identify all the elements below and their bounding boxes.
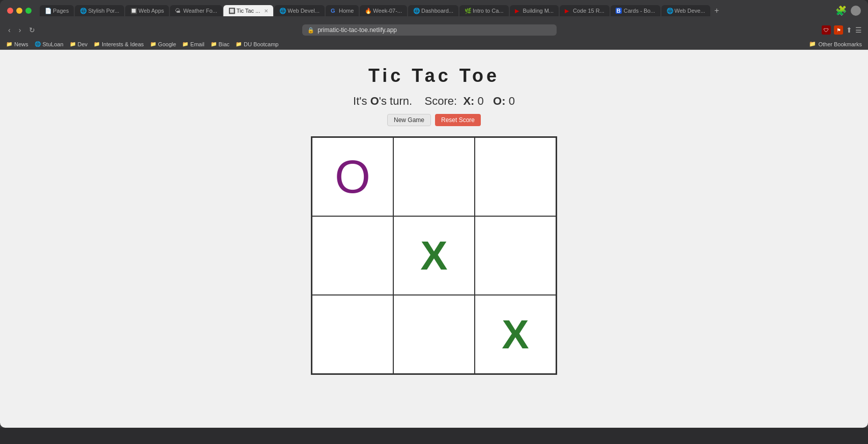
tab-cards[interactable]: B Cards - Bo... bbox=[611, 5, 660, 16]
bookmark-interests[interactable]: 📁 Interests & Ideas bbox=[94, 41, 144, 47]
back-button[interactable]: ‹ bbox=[6, 25, 13, 35]
biac-folder-icon: 📁 bbox=[211, 41, 217, 47]
minimize-button[interactable] bbox=[16, 8, 22, 14]
tab-week07-label: Week-07-... bbox=[373, 8, 402, 14]
bookmark-email[interactable]: 📁 Email bbox=[182, 41, 205, 47]
close-button[interactable] bbox=[7, 8, 13, 14]
game-title: Tic Tac Toe bbox=[368, 65, 500, 86]
tab-tictac-label: Tic Tac ... bbox=[237, 8, 260, 14]
page-content: Tic Tac Toe It's O's turn. Score: X: 0 O… bbox=[0, 50, 868, 428]
flag-icon: ⚑ bbox=[834, 25, 843, 35]
tab-building-label: Building M... bbox=[523, 8, 554, 14]
bookmark-stuloan[interactable]: 🌐 StuLoan bbox=[35, 41, 64, 47]
weather-icon: 🌤 bbox=[175, 8, 181, 14]
other-bookmarks[interactable]: 📁 Other Bookmarks bbox=[809, 41, 862, 47]
tab-code15[interactable]: ▶ Code 15 R... bbox=[560, 5, 610, 16]
pages-icon: 📄 bbox=[45, 8, 51, 14]
webdevel-icon: 🌐 bbox=[279, 8, 285, 14]
dev-folder-icon: 📁 bbox=[70, 41, 76, 47]
x-score-value: 0 bbox=[478, 95, 484, 107]
status-suffix: 's turn. bbox=[379, 95, 412, 107]
code15-icon: ▶ bbox=[565, 8, 571, 14]
cell-5[interactable] bbox=[475, 216, 556, 295]
game-board: O X X bbox=[311, 136, 557, 375]
sidebar-icon[interactable]: ☰ bbox=[855, 26, 862, 34]
toolbar: ‹ › ↻ 🔒 primatic-tic-tac-toe.netlify.app… bbox=[0, 21, 868, 39]
tab-intro-label: Intro to Ca... bbox=[473, 8, 504, 14]
building-icon: ▶ bbox=[515, 8, 521, 14]
cell-4[interactable]: X bbox=[393, 216, 475, 295]
dashboard-icon: 🌐 bbox=[413, 8, 419, 14]
cell-3[interactable] bbox=[312, 216, 393, 295]
tab-intro[interactable]: 🌿 Intro to Ca... bbox=[459, 5, 509, 16]
other-bookmarks-folder-icon: 📁 bbox=[809, 41, 816, 47]
tab-tictac[interactable]: 🔲 Tic Tac ... ✕ bbox=[223, 5, 273, 16]
bookmark-du-bootcamp[interactable]: 📁 DU Bootcamp bbox=[236, 41, 278, 47]
other-bookmarks-label: Other Bookmarks bbox=[818, 41, 862, 47]
bookmark-biac[interactable]: 📁 Biac bbox=[211, 41, 229, 47]
tab-building[interactable]: ▶ Building M... bbox=[510, 5, 559, 16]
cell-4-value: X bbox=[420, 232, 447, 279]
interests-folder-icon: 📁 bbox=[94, 41, 100, 47]
o-score-value: 0 bbox=[509, 95, 515, 107]
cell-7[interactable] bbox=[393, 295, 475, 374]
address-bar[interactable]: 🔒 primatic-tic-tac-toe.netlify.app bbox=[302, 24, 557, 36]
bookmark-google-label: Google bbox=[158, 41, 176, 47]
profile-icon[interactable] bbox=[851, 6, 861, 16]
tab-close-icon[interactable]: ✕ bbox=[264, 8, 268, 14]
tab-weather[interactable]: 🌤 Weather Fo... bbox=[170, 5, 222, 16]
news-folder-icon: 📁 bbox=[6, 41, 12, 47]
o-score-label: O: bbox=[493, 95, 505, 107]
week07-icon: 🔥 bbox=[365, 8, 371, 14]
cell-6[interactable] bbox=[312, 295, 393, 374]
x-score-label: X: bbox=[463, 95, 474, 107]
forward-button[interactable]: › bbox=[17, 25, 23, 35]
tab-webdevel[interactable]: 🌐 Web Devel... bbox=[274, 5, 325, 16]
cell-0[interactable]: O bbox=[312, 137, 393, 216]
tab-stylish[interactable]: 🌐 Stylish Por... bbox=[75, 5, 124, 16]
url-text: primatic-tic-tac-toe.netlify.app bbox=[317, 26, 397, 34]
tab-webdeve2[interactable]: 🌐 Web Deve... bbox=[661, 5, 710, 16]
share-icon[interactable]: ⬆ bbox=[846, 26, 852, 34]
email-folder-icon: 📁 bbox=[182, 41, 188, 47]
tab-dashboard[interactable]: 🌐 Dashboard... bbox=[408, 5, 458, 16]
reset-score-button[interactable]: Reset Score bbox=[435, 114, 481, 126]
extensions-icon[interactable]: 🧩 bbox=[835, 5, 847, 16]
tab-webdeve2-label: Web Deve... bbox=[675, 8, 705, 14]
refresh-button[interactable]: ↻ bbox=[27, 25, 37, 35]
tab-code15-label: Code 15 R... bbox=[573, 8, 604, 14]
status-prefix: It's bbox=[353, 95, 370, 107]
maximize-button[interactable] bbox=[25, 8, 32, 14]
cell-8[interactable]: X bbox=[475, 295, 556, 374]
cell-1[interactable] bbox=[393, 137, 475, 216]
tab-webdevel-label: Web Devel... bbox=[287, 8, 320, 14]
du-folder-icon: 📁 bbox=[236, 41, 242, 47]
bookmark-news[interactable]: 📁 News bbox=[6, 41, 28, 47]
bookmark-dev[interactable]: 📁 Dev bbox=[70, 41, 88, 47]
current-player: O bbox=[370, 95, 379, 107]
tab-webapps-label: Web Apps bbox=[138, 8, 164, 14]
home-icon: G bbox=[331, 8, 337, 14]
webdeve2-icon: 🌐 bbox=[667, 8, 673, 14]
tab-week07[interactable]: 🔥 Week-07-... bbox=[360, 5, 407, 16]
cell-2[interactable] bbox=[475, 137, 556, 216]
new-game-button[interactable]: New Game bbox=[387, 114, 431, 126]
stuloan-icon: 🌐 bbox=[35, 41, 41, 47]
cell-8-value: X bbox=[502, 311, 529, 358]
intro-icon: 🌿 bbox=[465, 8, 471, 14]
new-tab-button[interactable]: + bbox=[711, 5, 722, 16]
cards-icon: B bbox=[616, 8, 622, 14]
tab-cards-label: Cards - Bo... bbox=[624, 8, 655, 14]
tab-webapps[interactable]: 🔲 Web Apps bbox=[125, 5, 169, 16]
bookmark-email-label: Email bbox=[190, 41, 205, 47]
bookmark-interests-label: Interests & Ideas bbox=[102, 41, 144, 47]
tab-dashboard-label: Dashboard... bbox=[421, 8, 453, 14]
toolbar-right: 🛡 ⚑ ⬆ ☰ bbox=[822, 25, 862, 35]
bookmark-du-label: DU Bootcamp bbox=[244, 41, 278, 47]
bookmark-google[interactable]: 📁 Google bbox=[150, 41, 176, 47]
tictac-icon: 🔲 bbox=[228, 8, 235, 14]
bookmarks-bar: 📁 News 🌐 StuLoan 📁 Dev 📁 Interests & Ide… bbox=[0, 39, 868, 50]
tab-home[interactable]: G Home bbox=[326, 5, 359, 16]
tab-pages[interactable]: 📄 Pages bbox=[40, 5, 74, 16]
bookmark-news-label: News bbox=[14, 41, 28, 47]
